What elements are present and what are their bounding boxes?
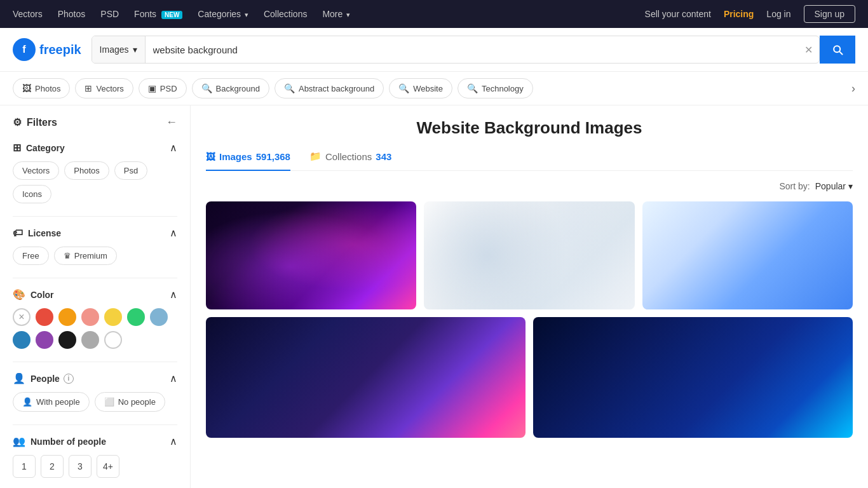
with-people-button[interactable]: 👤 With people: [13, 392, 90, 412]
number-chip-2[interactable]: 2: [41, 455, 64, 478]
divider-1: [13, 216, 177, 217]
with-people-icon: 👤: [22, 397, 32, 407]
image-card-4[interactable]: [206, 317, 526, 438]
clear-search-icon[interactable]: ✕: [798, 44, 819, 56]
tab-images[interactable]: 🖼 Images 591,368: [206, 151, 290, 171]
filter-tag-technology[interactable]: 🔍 Technology: [458, 78, 533, 98]
color-swatch-light-blue[interactable]: [150, 308, 168, 326]
people-collapse-icon: ∧: [170, 372, 177, 384]
technology-tag-icon: 🔍: [467, 83, 478, 93]
category-section-header[interactable]: ⊞ Category ∧: [13, 142, 177, 154]
number-chip-4plus[interactable]: 4+: [97, 455, 119, 478]
search-input[interactable]: [146, 36, 798, 63]
tab-collections[interactable]: 📁 Collections 343: [309, 151, 391, 171]
number-chip-1[interactable]: 1: [13, 455, 36, 478]
nav-vectors[interactable]: Vectors: [13, 9, 43, 19]
license-section: 🏷 License ∧ Free ♛ Premium: [13, 227, 177, 265]
sidebar-title: ⚙ Filters: [13, 116, 57, 128]
number-of-people-header[interactable]: 👥 Number of people ∧: [13, 435, 177, 447]
divider-4: [13, 424, 177, 425]
filter-tags-scroll-right-icon[interactable]: ›: [851, 82, 855, 95]
login-link[interactable]: Log in: [766, 9, 790, 19]
sort-value: Popular: [815, 181, 846, 191]
nav-collections[interactable]: Collections: [264, 9, 307, 19]
image-card-3[interactable]: [642, 201, 853, 309]
nav-photos[interactable]: Photos: [58, 9, 86, 19]
filter-tag-psd[interactable]: ▣ PSD: [139, 78, 187, 98]
no-people-button[interactable]: ⬜ No people: [95, 392, 165, 412]
color-section: 🎨 Color ∧: [13, 288, 177, 349]
freepik-logo-icon: f: [13, 38, 36, 61]
photos-tag-icon: 🖼: [22, 83, 31, 93]
sidebar-header: ⚙ Filters ←: [13, 116, 177, 129]
sidebar-collapse-button[interactable]: ←: [166, 116, 177, 129]
image-card-5[interactable]: [533, 317, 853, 438]
nav-categories[interactable]: Categories ▾: [198, 9, 248, 19]
category-chips: Vectors Photos Psd Icons: [13, 161, 177, 203]
filter-tag-abstract-bg[interactable]: 🔍 Abstract background: [275, 78, 384, 98]
nav-fonts[interactable]: Fonts NEW: [134, 9, 182, 19]
color-swatch-none[interactable]: [13, 308, 31, 326]
number-of-people-collapse-icon: ∧: [170, 435, 177, 447]
color-swatch-pink[interactable]: [81, 308, 99, 326]
filter-tag-website[interactable]: 🔍 Website: [389, 78, 452, 98]
people-section: 👤 People i ∧ 👤 With people ⬜ No people: [13, 372, 177, 412]
chip-photos[interactable]: Photos: [64, 161, 109, 180]
color-swatch-gray[interactable]: [81, 331, 99, 349]
collections-tab-label: Collections: [325, 151, 372, 162]
chip-free[interactable]: Free: [13, 247, 49, 265]
color-swatch-black[interactable]: [58, 331, 76, 349]
search-wrapper: Images ▾ ✕: [92, 36, 820, 64]
people-section-header[interactable]: 👤 People i ∧: [13, 372, 177, 384]
signup-button[interactable]: Sign up: [804, 5, 855, 23]
top-navigation: Vectors Photos PSD Fonts NEW Categories …: [0, 0, 868, 28]
sell-content-link[interactable]: Sell your content: [645, 9, 711, 19]
color-swatch-purple[interactable]: [36, 331, 53, 349]
background-tag-label: Background: [216, 84, 260, 93]
collections-tab-icon: 📁: [309, 151, 322, 162]
chip-icons[interactable]: Icons: [13, 185, 51, 203]
psd-tag-label: PSD: [160, 84, 177, 93]
filter-tag-vectors[interactable]: ⊞ Vectors: [75, 78, 133, 98]
number-chips: 1 2 3 4+: [13, 455, 177, 478]
number-of-people-section: 👥 Number of people ∧ 1 2 3 4+: [13, 435, 177, 478]
color-swatch-blue[interactable]: [13, 331, 31, 349]
sort-label: Sort by:: [779, 181, 810, 191]
sort-select[interactable]: Popular ▾: [815, 181, 853, 191]
pricing-link[interactable]: Pricing: [724, 9, 754, 19]
search-icon: [831, 43, 844, 56]
nav-more[interactable]: More ▾: [322, 9, 350, 19]
color-swatch-white[interactable]: [104, 331, 122, 349]
color-swatch-red[interactable]: [36, 308, 53, 326]
filter-tag-background[interactable]: 🔍 Background: [192, 78, 269, 98]
image-grid-bottom: [206, 317, 853, 438]
color-section-header[interactable]: 🎨 Color ∧: [13, 288, 177, 301]
more-chevron-icon: ▾: [346, 11, 350, 18]
search-type-dropdown[interactable]: Images ▾: [92, 36, 146, 63]
search-type-label: Images: [100, 44, 129, 55]
photos-tag-label: Photos: [35, 84, 60, 93]
no-people-icon: ⬜: [104, 397, 114, 407]
color-swatch-yellow[interactable]: [104, 308, 122, 326]
logo-text: freepik: [39, 43, 81, 57]
color-swatch-green[interactable]: [127, 308, 145, 326]
filter-tag-photos[interactable]: 🖼 Photos: [13, 78, 70, 98]
people-filter-buttons: 👤 With people ⬜ No people: [13, 392, 177, 412]
logo[interactable]: f freepik: [13, 38, 81, 61]
website-tag-icon: 🔍: [398, 83, 409, 93]
chip-vectors[interactable]: Vectors: [13, 161, 59, 180]
chip-premium[interactable]: ♛ Premium: [54, 247, 117, 265]
images-tab-icon: 🖼: [206, 151, 215, 162]
nav-psd[interactable]: PSD: [100, 9, 119, 19]
license-section-header[interactable]: 🏷 License ∧: [13, 227, 177, 239]
number-chip-3[interactable]: 3: [69, 455, 92, 478]
color-swatch-orange[interactable]: [58, 308, 76, 326]
page-title: Website Background Images: [206, 118, 853, 138]
image-card-2[interactable]: [424, 201, 634, 309]
sidebar: ⚙ Filters ← ⊞ Category ∧ Vectors Photos …: [0, 105, 191, 488]
image-card-1[interactable]: [206, 201, 416, 309]
chip-psd[interactable]: Psd: [114, 161, 147, 180]
search-button[interactable]: [820, 36, 855, 64]
color-icon: 🎨: [13, 288, 25, 301]
people-info-icon[interactable]: i: [64, 374, 74, 384]
